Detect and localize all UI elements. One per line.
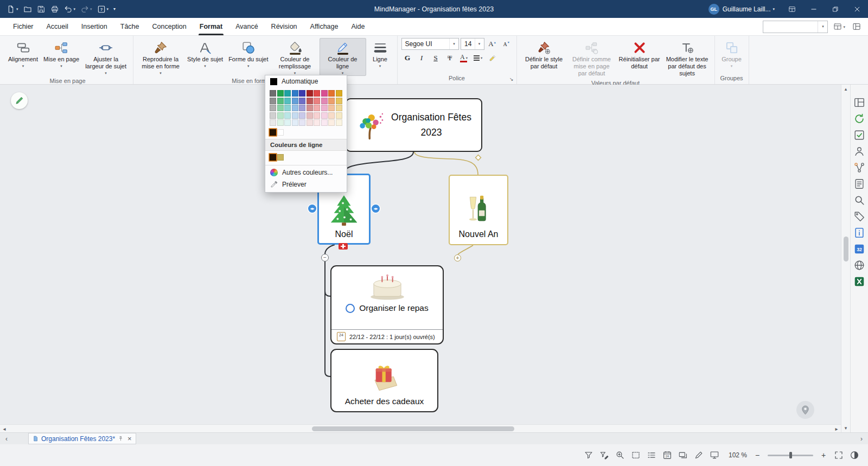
color-swatch[interactable] bbox=[328, 112, 335, 119]
subtopic-acheter-des-cadeaux[interactable]: Acheter des cadeaux bbox=[330, 349, 438, 412]
tab-conception[interactable]: Conception bbox=[146, 18, 193, 35]
mise-en-page-button[interactable]: Mise en page▾ bbox=[41, 38, 81, 76]
quick-search-input[interactable] bbox=[763, 21, 818, 33]
couleur-de-ligne-button[interactable]: Couleur de ligne▾ bbox=[320, 38, 366, 76]
ink-button[interactable] bbox=[694, 450, 704, 460]
color-swatch[interactable] bbox=[321, 105, 328, 111]
undo-button[interactable]: ▾ bbox=[62, 2, 78, 16]
ribbon-display-options-button[interactable]: ▾ bbox=[832, 21, 847, 33]
panes-panel-button[interactable] bbox=[853, 97, 865, 108]
locate-map-button[interactable] bbox=[796, 401, 814, 419]
close-button[interactable] bbox=[846, 0, 868, 18]
tab-tache[interactable]: Tâche bbox=[114, 18, 146, 35]
tab-scroll-left-button[interactable]: ‹ bbox=[2, 434, 11, 444]
task-check-panel-button[interactable] bbox=[853, 129, 865, 141]
color-swatch[interactable] bbox=[336, 105, 342, 111]
automatic-color-option[interactable]: Automatique bbox=[265, 75, 347, 87]
italic-button[interactable]: I bbox=[416, 52, 428, 64]
color-swatch[interactable] bbox=[314, 112, 320, 119]
color-swatch[interactable] bbox=[277, 98, 284, 104]
new-document-button[interactable]: ▾ bbox=[4, 2, 21, 16]
font-color-button[interactable]: A ▾ bbox=[458, 52, 470, 64]
police-dialog-launcher[interactable]: ↘ bbox=[509, 77, 514, 82]
recent-color-swatch[interactable] bbox=[270, 129, 276, 136]
central-topic[interactable]: Organisation Fêtes 2023 bbox=[346, 98, 482, 152]
presentation-button[interactable] bbox=[710, 450, 719, 460]
filter-edit-button[interactable] bbox=[599, 450, 609, 460]
scroll-right-arrow[interactable]: ▸ bbox=[832, 425, 841, 432]
excel-panel-button[interactable] bbox=[853, 276, 865, 288]
web-panel-button[interactable] bbox=[853, 259, 865, 271]
color-swatch[interactable] bbox=[328, 105, 335, 111]
color-swatch[interactable] bbox=[284, 98, 291, 104]
ajuster-la-largeur-de-sujet-button[interactable]: Ajuster la largeur de sujet▾ bbox=[82, 38, 129, 76]
line-color-swatch[interactable] bbox=[270, 154, 276, 161]
forme-du-sujet-button[interactable]: Forme du sujet▾ bbox=[226, 38, 270, 76]
color-swatch[interactable] bbox=[284, 119, 291, 126]
avatar[interactable]: GL bbox=[709, 4, 719, 15]
zoom-slider[interactable] bbox=[768, 451, 813, 459]
color-swatch[interactable] bbox=[314, 98, 320, 104]
alignement-button[interactable]: Alignement▾ bbox=[6, 38, 40, 76]
zoom-in-button[interactable]: + bbox=[819, 451, 828, 459]
color-swatch[interactable] bbox=[277, 119, 284, 126]
customize-quick-access-icon[interactable]: ▾ bbox=[111, 7, 118, 11]
connector-root-noel[interactable] bbox=[344, 152, 413, 174]
tab-fichier[interactable]: Fichier bbox=[7, 18, 40, 35]
color-swatch[interactable] bbox=[328, 98, 335, 104]
color-swatch[interactable] bbox=[321, 112, 328, 119]
minimize-button[interactable] bbox=[803, 0, 825, 18]
couleur-de-remplissage-button[interactable]: Couleur de remplissage▾ bbox=[272, 38, 318, 76]
color-swatch[interactable] bbox=[314, 119, 320, 126]
horizontal-scrollbar[interactable]: ◂ ▸ bbox=[0, 424, 841, 432]
collapse-noel-button[interactable]: − bbox=[321, 254, 329, 261]
connector-root-nouvel-an[interactable] bbox=[414, 152, 478, 175]
task-info-panel-button[interactable] bbox=[853, 227, 865, 239]
color-swatch[interactable] bbox=[314, 90, 320, 97]
quick-input-pen-button[interactable] bbox=[11, 92, 28, 109]
color-swatch[interactable] bbox=[307, 105, 313, 111]
tab-aide[interactable]: Aide bbox=[344, 18, 371, 35]
tab-revision[interactable]: Révision bbox=[265, 18, 304, 35]
select-rect-button[interactable] bbox=[631, 450, 641, 460]
reinitialiser-par-defaut-button[interactable]: Réinitialiser par défaut bbox=[616, 38, 663, 78]
color-swatch[interactable] bbox=[336, 98, 342, 104]
pin-icon[interactable] bbox=[118, 436, 124, 442]
definir-le-style-par-defaut-button[interactable]: Définir le style par défaut bbox=[521, 38, 567, 78]
selection-handle-left[interactable]: ◂▸ bbox=[308, 205, 316, 213]
recent-color-swatch[interactable] bbox=[277, 129, 284, 136]
color-swatch[interactable] bbox=[292, 98, 298, 104]
theme-toggle-button[interactable] bbox=[850, 450, 859, 460]
print-button[interactable] bbox=[48, 2, 61, 16]
strikethrough-button[interactable]: T bbox=[444, 52, 456, 64]
map-canvas[interactable]: Organisation Fêtes 2023 Noël ◂▸ ◂▸ − Nou… bbox=[0, 85, 841, 432]
color-swatch[interactable] bbox=[277, 105, 284, 111]
connector-anchor-diamond[interactable] bbox=[476, 155, 481, 161]
more-colors-option[interactable]: Autres couleurs... bbox=[265, 167, 347, 178]
sync-panel-button[interactable] bbox=[853, 113, 865, 125]
color-swatch[interactable] bbox=[328, 90, 335, 97]
bold-button[interactable]: G bbox=[401, 52, 414, 64]
layout-switch-button[interactable] bbox=[781, 0, 803, 18]
color-swatch[interactable] bbox=[277, 90, 284, 97]
subtopic-organiser-le-repas[interactable]: Organiser le repas 24 22/12 - 22/12 : 1 … bbox=[330, 265, 444, 344]
cell-reference-panel-button[interactable]: 32 bbox=[853, 243, 865, 255]
tab-insertion[interactable]: Insertion bbox=[75, 18, 114, 35]
color-swatch[interactable] bbox=[299, 112, 305, 119]
color-swatch[interactable] bbox=[307, 98, 313, 104]
decrease-font-button[interactable]: A▾ bbox=[500, 38, 513, 50]
user-name[interactable]: Guillaume Laill... bbox=[723, 5, 771, 13]
font-size-select[interactable]: 14 ▾ bbox=[461, 38, 484, 50]
color-swatch[interactable] bbox=[284, 112, 291, 119]
tab-format[interactable]: Format bbox=[193, 18, 229, 35]
document-tab[interactable]: Organisation Fêtes 2023* × bbox=[28, 433, 136, 444]
zoom-slider-thumb[interactable] bbox=[789, 452, 792, 458]
connector-nouvel-an-expand[interactable] bbox=[458, 245, 473, 254]
zoom-region-button[interactable] bbox=[615, 450, 625, 460]
ligne-button[interactable]: Ligne▾ bbox=[367, 38, 393, 76]
save-button[interactable] bbox=[35, 2, 48, 16]
color-swatch[interactable] bbox=[292, 119, 298, 126]
line-color-swatch[interactable] bbox=[277, 154, 284, 161]
color-swatch[interactable] bbox=[328, 119, 335, 126]
color-swatch[interactable] bbox=[284, 90, 291, 97]
